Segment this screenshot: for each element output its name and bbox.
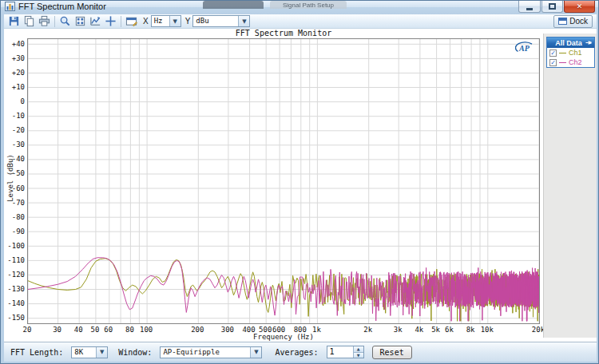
ch1-label: Ch1 xyxy=(569,49,582,57)
toolbar: X Hz ▼ Y dBu ▼ Dock xyxy=(4,14,597,29)
chevron-down-icon[interactable]: ▼ xyxy=(250,347,261,358)
chevron-down-icon[interactable]: ▼ xyxy=(238,16,249,26)
ch2-label: Ch2 xyxy=(569,58,582,66)
y-tick-label: -90 xyxy=(4,228,25,235)
zoom-to-fit-icon xyxy=(74,15,86,27)
x-axis-unit-label: X xyxy=(143,17,149,26)
x-unit-combobox[interactable]: Hz ▼ xyxy=(151,15,181,27)
bottom-control-bar: FFT Length: 8K ▼ Window: AP-Equiripple ▼… xyxy=(4,342,597,362)
y-tick-label: -140 xyxy=(4,299,25,307)
averages-value: 1 xyxy=(327,346,353,358)
dock-button-label: Dock xyxy=(569,17,588,26)
auto-scale-icon xyxy=(89,15,101,27)
fft-spectrum-monitor-window: Signal Path Setup FFT Spectrum Monitor ✕ xyxy=(0,0,599,364)
title-bar[interactable]: Signal Path Setup FFT Spectrum Monitor ✕ xyxy=(1,1,599,14)
y-tick-label: -130 xyxy=(4,285,25,293)
y-tick-label: -40 xyxy=(4,155,25,163)
y-tick-label: +20 xyxy=(4,69,25,77)
y-tick-label: -120 xyxy=(4,271,25,279)
graph-properties-icon xyxy=(125,15,137,27)
minimize-icon xyxy=(526,8,533,10)
maximize-button[interactable] xyxy=(541,1,563,13)
y-tick-label: -10 xyxy=(4,112,25,120)
svg-text:AP: AP xyxy=(518,44,530,53)
ch2-checkbox[interactable]: ✓ xyxy=(549,59,557,66)
averages-label: Averages: xyxy=(275,348,318,357)
dock-icon xyxy=(558,18,567,25)
plot-area[interactable]: AP xyxy=(27,38,540,324)
graph-properties-button[interactable] xyxy=(124,14,139,28)
auto-scale-button[interactable] xyxy=(88,14,103,28)
y-tick-label: 0 xyxy=(4,97,25,105)
y-axis-unit-label: Y xyxy=(185,17,191,26)
x-unit-value: Hz xyxy=(152,16,169,26)
y-tick-label: -70 xyxy=(4,199,25,207)
legend-item-ch2: ✓ Ch2 xyxy=(547,57,594,67)
x-axis-title: Frequency (Hz) xyxy=(27,333,540,341)
close-icon: ✕ xyxy=(577,2,583,10)
window-function-value: AP-Equiripple xyxy=(161,347,250,358)
save-icon xyxy=(8,15,20,27)
minimize-button[interactable] xyxy=(518,1,541,13)
y-tick-label: -30 xyxy=(4,140,25,148)
print-button[interactable] xyxy=(37,14,52,28)
crosshair-icon xyxy=(105,15,117,27)
window-title: FFT Spectrum Monitor xyxy=(18,2,106,11)
window-function-label: Window: xyxy=(118,348,152,357)
zoom-icon xyxy=(59,15,71,27)
y-tick-label: -50 xyxy=(4,169,25,177)
legend-header[interactable]: All Data xyxy=(547,38,594,48)
ch1-line-sample xyxy=(559,53,566,53)
legend-header-label: All Data xyxy=(552,39,585,47)
pin-icon[interactable] xyxy=(585,39,593,46)
chevron-down-icon[interactable]: ▼ xyxy=(169,16,180,26)
fft-length-value: 8K xyxy=(72,347,96,358)
y-tick-label: +10 xyxy=(4,83,25,91)
background-tab xyxy=(203,1,264,9)
y-tick-label: -60 xyxy=(4,184,25,192)
window-function-combobox[interactable]: AP-Equiripple ▼ xyxy=(160,346,262,358)
close-button[interactable]: ✕ xyxy=(564,1,595,13)
copy-button[interactable] xyxy=(22,14,37,28)
reset-button[interactable]: Reset xyxy=(372,346,412,359)
y-tick-label: +40 xyxy=(4,40,25,48)
app-icon xyxy=(5,2,15,11)
chart-title: FFT Spectrum Monitor xyxy=(27,29,540,38)
averages-stepper[interactable]: 1 ▲ ▼ xyxy=(327,346,364,358)
spinner-up-icon[interactable]: ▲ xyxy=(354,346,363,353)
legend-dock-area: All Data ✓ Ch1 ✓ Ch2 xyxy=(543,34,597,338)
ap-logo-icon: AP xyxy=(515,42,536,54)
spinner-down-icon[interactable]: ▼ xyxy=(354,353,363,358)
zoom-to-fit-button[interactable] xyxy=(73,14,88,28)
background-tab-signal-path-setup: Signal Path Setup xyxy=(270,1,347,9)
legend: All Data ✓ Ch1 ✓ Ch2 xyxy=(546,37,595,68)
toolbar-separator xyxy=(54,16,55,27)
chevron-down-icon[interactable]: ▼ xyxy=(96,347,107,358)
y-tick-label: -110 xyxy=(4,256,25,264)
y-tick-label: +30 xyxy=(4,54,25,62)
legend-item-ch1: ✓ Ch1 xyxy=(547,48,594,57)
y-tick-label: -20 xyxy=(4,126,25,134)
y-unit-value: dBu xyxy=(193,16,238,26)
cursor-crosshair-button[interactable] xyxy=(103,14,118,28)
copy-icon xyxy=(23,15,35,27)
fft-length-label: FFT Length: xyxy=(10,348,63,357)
y-tick-label: -100 xyxy=(4,242,25,250)
y-unit-combobox[interactable]: dBu ▼ xyxy=(192,15,250,27)
save-button[interactable] xyxy=(6,14,22,28)
maximize-icon xyxy=(549,3,556,10)
ch1-checkbox[interactable]: ✓ xyxy=(549,49,557,57)
print-icon xyxy=(38,15,50,27)
y-tick-label: -80 xyxy=(4,213,25,221)
chart-panel: FFT Spectrum Monitor Level (dBu) +40+30+… xyxy=(4,29,597,342)
dock-button[interactable]: Dock xyxy=(553,15,593,28)
zoom-button[interactable] xyxy=(58,14,73,28)
toolbar-separator xyxy=(121,16,121,27)
y-tick-label: -150 xyxy=(4,314,25,322)
fft-length-combobox[interactable]: 8K ▼ xyxy=(71,346,108,358)
ch2-line-sample xyxy=(559,62,566,63)
